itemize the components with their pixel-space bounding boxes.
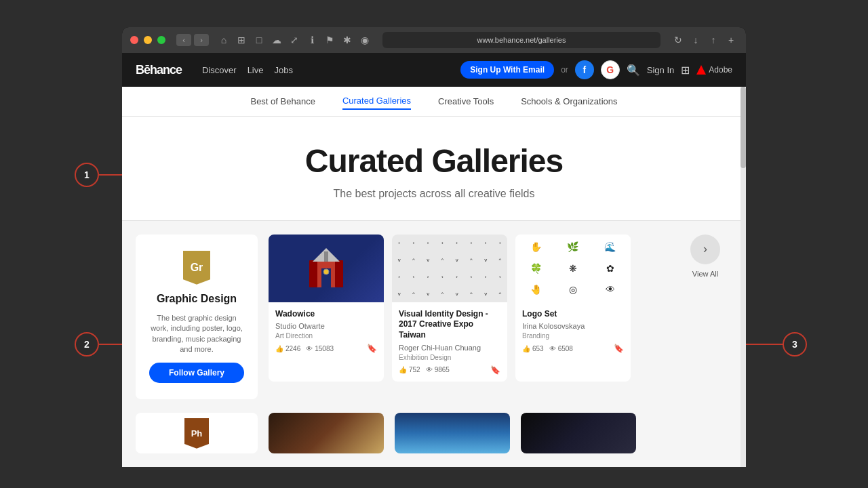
project-thumbnail: ✋ 🌿 🌊 🍀 ❋ ✿ 🤚 ◎ 👁 <box>515 235 631 302</box>
logo-cell: 👁 <box>592 279 628 299</box>
project-info: Logo Set Irina Kolosovskaya Branding 👍 6… <box>515 302 631 361</box>
bottom-gallery-card: Ph <box>136 413 258 453</box>
likes-stat: 👍 653 <box>522 345 544 352</box>
project-stats: 👍 752 👁 9865 🔖 <box>399 365 500 375</box>
project-stats: 👍 2246 👁 15083 🔖 <box>275 344 377 353</box>
pattern-cell: v <box>421 251 435 268</box>
pattern-cell: ^ <box>406 285 420 302</box>
facebook-button[interactable]: f <box>575 60 594 79</box>
pattern-cell: v <box>450 285 464 302</box>
google-button[interactable]: G <box>601 60 620 79</box>
expand-icon[interactable]: ⤢ <box>288 33 301 47</box>
logo-cell: ❋ <box>555 258 591 278</box>
annotation-circle-3: 3 <box>783 332 807 357</box>
reader-icon[interactable]: □ <box>252 33 266 47</box>
bottom-project-thumb-2 <box>395 413 510 453</box>
likes-count: 752 <box>409 366 420 373</box>
pattern-cell: ^ <box>406 251 420 268</box>
pattern-cell: › <box>479 235 493 251</box>
pattern-cell: ‹ <box>406 268 420 285</box>
bookmark-icon[interactable]: 🔖 <box>367 344 377 353</box>
minimize-button[interactable] <box>144 36 152 44</box>
subnav-schools-organizations[interactable]: Schools & Organizations <box>521 94 617 109</box>
pattern-cell: ^ <box>464 251 478 268</box>
project-cards-container: Wadowice Studio Otwarte Art Direction 👍 … <box>269 235 667 382</box>
maximize-button[interactable] <box>157 36 165 44</box>
shield-icon[interactable]: ⚑ <box>323 33 336 47</box>
pattern-cell: › <box>392 235 406 251</box>
project-card[interactable]: › ‹ › ‹ › ‹ › ‹ v ^ v ^ v <box>392 235 507 382</box>
grid-view-icon[interactable]: ⊞ <box>235 33 248 47</box>
browser-chrome: ‹ › ⌂ ⊞ □ ☁ ⤢ ℹ ⚑ ✱ ◉ www.behance.net/ga… <box>122 27 746 467</box>
nav-live[interactable]: Live <box>248 65 264 75</box>
view-all-label[interactable]: View All <box>692 270 718 278</box>
bottom-gallery-row: Ph <box>122 413 746 467</box>
svg-point-7 <box>323 269 329 274</box>
views-stat: 👁 9865 <box>426 366 450 373</box>
subnav-creative-tools[interactable]: Creative Tools <box>438 94 494 109</box>
or-text: or <box>561 65 568 75</box>
sub-navigation: Best of Behance Curated Galleries Creati… <box>122 87 746 117</box>
home-icon[interactable]: ⌂ <box>217 33 231 47</box>
forward-button[interactable]: › <box>194 34 209 46</box>
page-title: Curated Galleries <box>136 144 732 180</box>
signup-button[interactable]: Sign Up With Email <box>460 61 554 79</box>
svg-marker-0 <box>696 65 706 75</box>
extension-icon[interactable]: ✱ <box>340 33 354 47</box>
view-all-section: › View All <box>678 235 732 278</box>
new-tab-icon[interactable]: + <box>724 33 738 47</box>
pattern-cell: ‹ <box>464 235 478 251</box>
gallery-info-card: Gr Graphic Design The best graphic desig… <box>136 235 258 400</box>
project-title: Wadowice <box>275 309 377 320</box>
nav-links: Discover Live Jobs <box>202 65 447 75</box>
subnav-curated-galleries[interactable]: Curated Galleries <box>342 93 411 110</box>
share-icon[interactable]: ↑ <box>707 33 720 47</box>
info-icon[interactable]: ℹ <box>305 33 319 47</box>
back-button[interactable]: ‹ <box>176 34 191 46</box>
eye-icon: 👁 <box>426 366 433 373</box>
thumbs-up-icon: 👍 <box>275 345 283 352</box>
eye-icon: 👁 <box>306 345 313 352</box>
pattern-cell: › <box>479 268 493 285</box>
scrollbar-thumb[interactable] <box>741 87 746 168</box>
pattern-cell: › <box>450 268 464 285</box>
project-card[interactable]: ✋ 🌿 🌊 🍀 ❋ ✿ 🤚 ◎ 👁 Logo Set Ir <box>515 235 631 382</box>
project-title: Logo Set <box>522 309 624 320</box>
download-icon[interactable]: ↓ <box>689 33 703 47</box>
sign-in-link[interactable]: Sign In <box>647 65 674 75</box>
pattern-cell: ^ <box>464 285 478 302</box>
bottom-project-thumb-3 <box>521 413 636 453</box>
nav-discover[interactable]: Discover <box>202 65 237 75</box>
project-author: Irina Kolosovskaya <box>522 322 624 330</box>
nav-buttons: ‹ › <box>176 34 209 46</box>
project-card[interactable]: Wadowice Studio Otwarte Art Direction 👍 … <box>269 235 384 382</box>
views-stat: 👁 6508 <box>549 345 573 352</box>
apps-icon[interactable]: ⊞ <box>681 64 690 77</box>
nav-jobs[interactable]: Jobs <box>274 65 292 75</box>
behance-logo[interactable]: Bēhance <box>136 63 182 77</box>
subnav-best-of-behance[interactable]: Best of Behance <box>250 94 315 109</box>
refresh-icon[interactable]: ↻ <box>671 33 685 47</box>
logo-cell: 🤚 <box>518 279 554 299</box>
follow-gallery-button[interactable]: Follow Gallery <box>149 363 244 383</box>
search-icon[interactable]: 🔍 <box>627 64 640 77</box>
address-bar[interactable]: www.behance.net/galleries <box>382 32 660 48</box>
project-author: Studio Otwarte <box>275 322 377 330</box>
bookmark-icon[interactable]: 🔖 <box>490 365 500 375</box>
logo-cell: 🍀 <box>518 258 554 278</box>
views-count: 9865 <box>435 366 450 373</box>
annotation-circle-1: 1 <box>75 163 99 187</box>
page-subtitle: The best projects across all creative fi… <box>136 188 732 200</box>
browser-window: 1 2 3 ‹ › ⌂ ⊞ □ ☁ ⤢ <box>122 14 746 467</box>
bookmark-icon[interactable]: 🔖 <box>614 344 624 353</box>
pattern-cell: ‹ <box>435 268 450 285</box>
scrollbar-track <box>741 87 746 467</box>
location-icon[interactable]: ◉ <box>358 33 372 47</box>
pattern-cell: v <box>479 251 493 268</box>
close-button[interactable] <box>130 36 138 44</box>
cloud-icon[interactable]: ☁ <box>270 33 283 47</box>
view-all-button[interactable]: › <box>690 235 720 264</box>
pattern-cell: v <box>450 251 464 268</box>
url-text: www.behance.net/galleries <box>477 36 566 44</box>
behance-navbar: Bēhance Discover Live Jobs Sign Up With … <box>122 53 746 87</box>
